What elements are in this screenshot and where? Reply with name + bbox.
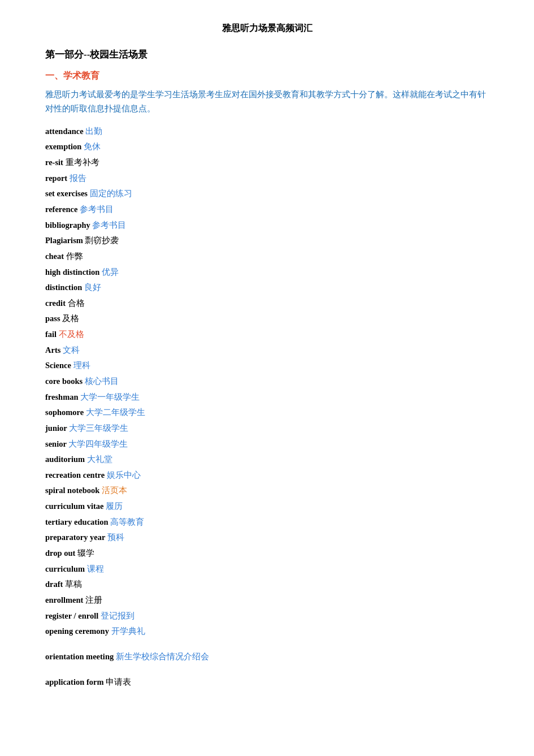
vocab-english: fail [45, 330, 57, 339]
vocab-english: high distinction [45, 267, 99, 277]
list-item: auditorium 大礼堂 [45, 452, 489, 466]
list-item: register / enroll 登记报到 [45, 609, 489, 623]
vocab-chinese: 预科 [107, 533, 124, 542]
vocab-chinese: 大礼堂 [87, 455, 112, 464]
vocab-chinese: 注册 [85, 595, 102, 604]
list-item: exemption 免休 [45, 140, 489, 154]
vocab-chinese: 大学四年级学生 [68, 439, 128, 448]
spacer [45, 640, 489, 648]
list-item: reference 参考书目 [45, 202, 489, 217]
list-item: report 报告 [45, 171, 489, 185]
vocab-chinese: 辍学 [77, 548, 94, 558]
list-item: Arts 文科 [45, 343, 489, 357]
vocab-english: freshman [45, 392, 79, 401]
vocab-english: attendance [45, 127, 84, 136]
vocab-english: application form [45, 677, 104, 686]
vocab-chinese: 重考补考 [66, 158, 99, 167]
vocab-english: distinction [45, 283, 82, 292]
list-item: preparatory year 预科 [45, 530, 489, 545]
vocab-chinese: 新生学校综合情况介绍会 [116, 652, 209, 661]
vocab-chinese: 履历 [106, 502, 123, 511]
vocab-chinese: 合格 [68, 299, 85, 308]
list-item: opening ceremony 开学典礼 [45, 624, 489, 638]
vocab-english: bibliography [45, 221, 90, 230]
vocab-english: drop out [45, 548, 75, 558]
list-item: draft 草稿 [45, 577, 489, 591]
vocab-chinese: 作弊 [66, 252, 83, 261]
vocab-english: spiral notebook [45, 486, 99, 495]
vocab-english: curriculum vitae [45, 502, 104, 511]
vocab-english: enrollment [45, 595, 83, 604]
vocab-chinese: 申请表 [106, 677, 131, 686]
vocab-chinese: 及格 [62, 314, 79, 323]
vocab-english: pass [45, 314, 60, 323]
list-item: high distinction 优异 [45, 265, 489, 279]
vocab-english: report [45, 174, 67, 183]
vocab-chinese: 登记报到 [101, 611, 134, 620]
vocab-chinese: 报告 [70, 174, 86, 183]
list-item: application form 申请表 [45, 675, 489, 689]
vocab-chinese: 大学一年级学生 [80, 392, 140, 401]
vocab-english: re-sit [45, 158, 63, 167]
vocab-english: opening ceremony [45, 627, 109, 636]
vocab-english: exemption [45, 142, 81, 151]
list-item: Science 理科 [45, 358, 489, 373]
list-item: core books 核心书目 [45, 374, 489, 388]
section-title: 一、学术教育 [45, 70, 489, 82]
list-item: senior 大学四年级学生 [45, 437, 489, 451]
page-title: 雅思听力场景高频词汇 [45, 23, 489, 34]
vocab-chinese: 课程 [87, 564, 104, 573]
list-item: set exercises 固定的练习 [45, 187, 489, 201]
vocab-english: Arts [45, 345, 60, 355]
vocab-chinese: 剽窃抄袭 [85, 236, 119, 245]
vocab-english: core books [45, 377, 83, 386]
list-item: tertiary education 高等教育 [45, 515, 489, 529]
vocab-chinese: 免休 [84, 142, 101, 151]
vocab-english: set exercises [45, 189, 88, 198]
vocab-chinese: 良好 [84, 283, 101, 292]
vocab-english: Science [45, 361, 71, 370]
vocab-english: Plagiarism [45, 236, 83, 245]
vocab-english: draft [45, 580, 63, 589]
list-item: fail 不及格 [45, 327, 489, 342]
list-item: junior 大学三年级学生 [45, 421, 489, 435]
intro-paragraph: 雅思听力考试最爱考的是学生学习生活场景考生应对在国外接受教育和其教学方式十分了解… [45, 88, 489, 116]
vocab-english: cheat [45, 252, 64, 261]
vocab-chinese: 优异 [102, 267, 119, 277]
vocab-english: junior [45, 424, 67, 433]
vocab-english: reference [45, 205, 77, 214]
list-item: sophomore 大学二年级学生 [45, 405, 489, 420]
vocab-chinese: 理科 [73, 361, 90, 370]
vocab-chinese: 核心书目 [85, 377, 119, 386]
list-item: attendance 出勤 [45, 124, 489, 139]
vocab-english: auditorium [45, 455, 85, 464]
vocab-english: curriculum [45, 564, 85, 573]
vocab-chinese: 出勤 [85, 127, 102, 136]
vocab-chinese: 大学三年级学生 [69, 424, 128, 433]
list-item: curriculum 课程 [45, 562, 489, 576]
vocab-english: recreation centre [45, 470, 105, 479]
list-item: recreation centre 娱乐中心 [45, 468, 489, 482]
list-item: cheat 作弊 [45, 249, 489, 263]
vocab-english: credit [45, 299, 66, 308]
vocab-english: register / enroll [45, 611, 98, 620]
vocab-chinese: 活页本 [102, 486, 127, 495]
list-item: pass 及格 [45, 312, 489, 326]
vocab-english: sophomore [45, 408, 84, 417]
list-item: drop out 辍学 [45, 546, 489, 560]
vocab-english: tertiary education [45, 517, 108, 526]
vocab-chinese: 娱乐中心 [107, 470, 141, 479]
vocab-chinese: 开学典礼 [111, 627, 145, 636]
vocab-chinese: 参考书目 [92, 221, 126, 230]
vocab-chinese: 参考书目 [80, 205, 114, 214]
vocab-chinese: 固定的练习 [90, 189, 132, 198]
list-item: bibliography 参考书目 [45, 218, 489, 232]
vocab-list: attendance 出勤exemption 免休re-sit 重考补考repo… [45, 124, 489, 689]
vocab-english: preparatory year [45, 533, 105, 542]
list-item: credit 合格 [45, 296, 489, 310]
vocab-chinese: 高等教育 [110, 517, 144, 526]
vocab-chinese: 不及格 [59, 330, 84, 339]
list-item: enrollment 注册 [45, 593, 489, 607]
spacer [45, 666, 489, 673]
list-item: orientation meeting 新生学校综合情况介绍会 [45, 650, 489, 664]
